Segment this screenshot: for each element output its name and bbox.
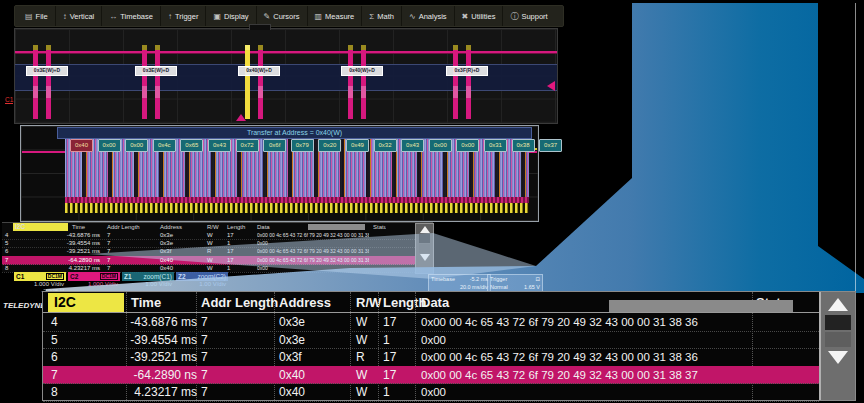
channel-scale: 1.000 V/div (68, 281, 120, 288)
byte-label: 0x00 (98, 139, 121, 152)
menu-label: File (36, 12, 48, 21)
channel-name: C1 (16, 273, 24, 280)
burst-group-trigger: 0x40(W)+D (245, 45, 271, 119)
burst-group: 0x40(W)+D (348, 45, 374, 119)
decode-label: 0x3E(W)+D (26, 66, 68, 76)
table-row-selected[interactable]: 7-64.2890 ns70x40W170x00 00 4c 65 43 72 … (43, 366, 819, 385)
byte-label: 0x32 (374, 139, 397, 152)
coupling-badge: DC1M (46, 273, 64, 280)
menu-label: Utilities (471, 12, 495, 21)
support-icon: ⓘ (510, 11, 518, 22)
analysis-icon: ∿ (409, 12, 416, 21)
channel-name: Z1 (124, 273, 132, 280)
trigger-level: 1.65 V (524, 283, 540, 291)
byte-label: 0x43 (208, 139, 231, 152)
decode-label: 0x40(W)+D (238, 66, 280, 76)
menu-file[interactable]: ▤File (18, 6, 55, 26)
scroll-track[interactable] (419, 244, 430, 253)
header-blank-box (609, 300, 793, 312)
col-address: Address (279, 294, 331, 312)
trigger-source-icon: ⊡ (535, 275, 540, 283)
zoom-transfer-title: Transfer at Address = 0x40(W) (57, 127, 532, 139)
scroll-thumb[interactable] (825, 315, 851, 330)
timebase-scale: 20.0 ms/div (431, 283, 488, 291)
burst-group: 0x3E(W)+D (142, 45, 168, 119)
menu-analysis[interactable]: ∿Analysis (401, 6, 454, 26)
scrollbar[interactable] (415, 223, 434, 274)
menu-bar: ▤File ↕Vertical ↔Timebase ↑Trigger ▣Disp… (14, 5, 564, 27)
coupling-badge: DC1M (100, 273, 118, 280)
byte-label-row: 0x40 0x00 0x00 0x4c 0x65 0x43 0x72 0x6f … (70, 139, 562, 152)
decode-label: 0x3E(W)+D (135, 66, 177, 76)
byte-label: 0x49 (346, 139, 369, 152)
col-length: Length (227, 223, 245, 231)
trigger-level-marker[interactable] (547, 81, 555, 91)
col-data: Data (421, 294, 449, 312)
bus-tab[interactable]: I2C (48, 293, 124, 312)
menu-trigger[interactable]: ↑Trigger (160, 6, 205, 26)
table-row[interactable]: 84.23217 ms70x40W10x00 (43, 383, 819, 402)
cursors-icon: ✎ (264, 12, 271, 21)
table-row[interactable]: 4-43.6876 ms70x3eW170x00 00 4c 65 43 72 … (43, 313, 819, 332)
trigger-position-tab[interactable] (249, 24, 271, 30)
byte-label: 0x6f (263, 139, 286, 152)
col-addr-length: Addr Length (107, 223, 140, 231)
byte-label: 0x37 (539, 139, 562, 152)
col-time: Time (72, 223, 85, 231)
oscilloscope-screen: ▤File ↕Vertical ↔Timebase ↑Trigger ▣Disp… (0, 0, 864, 403)
zoom-panel: Transfer at Address = 0x40(W) 0x40 0x00 … (20, 125, 539, 222)
col-length: Length (383, 294, 426, 312)
menu-support[interactable]: ⓘSupport (502, 6, 554, 26)
menu-vertical[interactable]: ↕Vertical (55, 6, 102, 26)
menu-math[interactable]: ΣMath (361, 6, 401, 26)
scroll-down-icon[interactable] (828, 351, 848, 364)
col-address: Address (160, 223, 182, 231)
byte-label: 0x20 (318, 139, 341, 152)
byte-label: 0x43 (401, 139, 424, 152)
zoom-source: zoom(C2) (197, 273, 226, 280)
channel-name: Z2 (178, 273, 186, 280)
table-row[interactable]: 5-39.4554 ms70x3eW10x00 (43, 331, 819, 350)
byte-label: 0x79 (291, 139, 314, 152)
file-icon: ▤ (25, 12, 33, 21)
col-data: Data (257, 223, 270, 231)
menu-label: Support (521, 12, 547, 21)
menu-timebase[interactable]: ↔Timebase (101, 6, 160, 26)
vertical-icon: ↕ (63, 12, 67, 21)
scroll-thumb[interactable] (419, 234, 430, 243)
channel-scale: 1.00 V/div (176, 281, 228, 288)
table-row[interactable]: 6-39.2521 ms70x3fR170x00 00 4c 65 43 72 … (43, 348, 819, 367)
scrollbar[interactable] (819, 292, 855, 400)
menu-label: Trigger (175, 12, 198, 21)
menu-label: Timebase (120, 12, 153, 21)
zoom-scl-band (65, 203, 529, 213)
measure-icon: ▥ (315, 12, 323, 21)
byte-label: 0x72 (236, 139, 259, 152)
menu-label: Cursors (273, 12, 299, 21)
bus-tab[interactable]: I2C (13, 223, 68, 231)
menu-label: Display (224, 12, 249, 21)
col-status: Status (373, 223, 386, 231)
burst-group: 0x3E(W)+D (33, 45, 59, 119)
scroll-down-icon[interactable] (420, 254, 430, 261)
channel-scale: 1.00 V/div (122, 281, 174, 288)
menu-label: Measure (325, 12, 354, 21)
byte-label: 0x4c (153, 139, 176, 152)
menu-cursors[interactable]: ✎Cursors (256, 6, 307, 26)
col-rw: R/W (207, 223, 219, 231)
byte-label: 0x00 (429, 139, 452, 152)
utilities-icon: ✖ (462, 12, 469, 21)
trigger-time-marker[interactable] (236, 114, 246, 121)
scroll-up-icon[interactable] (828, 298, 848, 311)
menu-display[interactable]: ▣Display (205, 6, 255, 26)
menu-utilities[interactable]: ✖Utilities (454, 6, 503, 26)
scroll-up-icon[interactable] (420, 226, 430, 233)
burst-group: 0x3F(R)+D (453, 45, 479, 119)
menu-measure[interactable]: ▥Measure (307, 6, 362, 26)
scroll-track[interactable] (825, 332, 851, 347)
c1-channel-marker[interactable]: C1 (5, 96, 13, 104)
byte-label: 0x38 (512, 139, 535, 152)
col-time: Time (131, 294, 161, 312)
header-blank-box (308, 224, 365, 230)
waveform-grid: 0x3E(W)+D 0x3E(W)+D 0x40(W)+D 0x40(W)+D … (14, 28, 558, 124)
